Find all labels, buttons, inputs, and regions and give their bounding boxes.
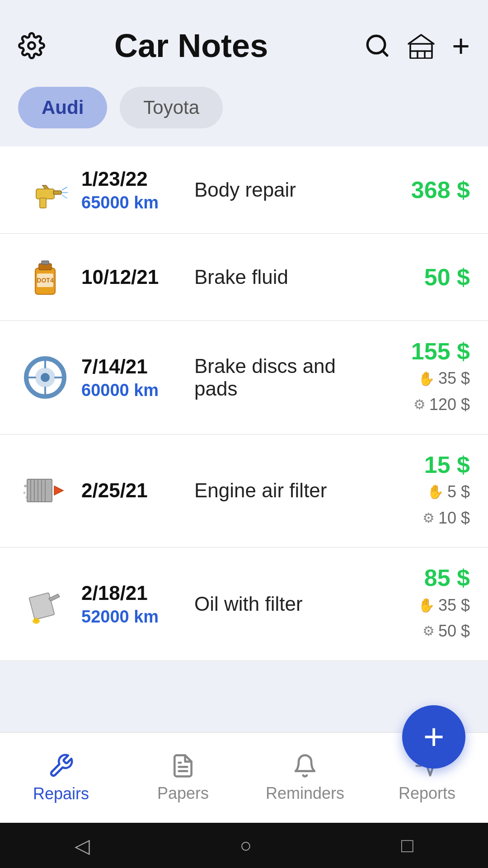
svg-rect-8 <box>40 198 46 208</box>
svg-rect-15 <box>42 261 49 264</box>
tab-audi[interactable]: Audi <box>18 87 107 128</box>
android-back[interactable]: ◁ <box>75 834 90 857</box>
repair-total: 85 $ <box>371 564 470 592</box>
repair-total: 50 $ <box>371 263 470 291</box>
repair-labor-cost: 5 $ <box>447 479 470 505</box>
android-nav-bar: ◁ ○ □ <box>0 823 488 868</box>
repair-name: Brake fluid <box>194 266 361 288</box>
svg-point-34 <box>25 496 27 498</box>
repair-date-section: 7/14/21 60000 km <box>81 355 181 400</box>
repair-name: Body repair <box>194 179 361 201</box>
repair-date-section: 2/18/21 52000 km <box>81 581 181 627</box>
repair-icon-spray <box>18 163 72 217</box>
parts-icon: ⚙ <box>422 623 435 639</box>
nav-reminders[interactable]: Reminders <box>244 733 366 823</box>
repair-cost: 50 $ <box>371 263 470 291</box>
repair-date-section: 10/12/21 <box>81 265 181 289</box>
repair-cost: 155 $ ✋ 35 $ ⚙ 120 $ <box>371 337 470 418</box>
repair-name: Engine air filter <box>194 479 361 502</box>
android-home[interactable]: ○ <box>239 834 252 857</box>
add-repair-fab[interactable]: + <box>402 705 465 769</box>
repair-icon-filter <box>18 463 72 518</box>
android-recent[interactable]: □ <box>401 834 413 857</box>
nav-reports-label: Reports <box>399 784 455 803</box>
repair-icon-oil <box>18 577 72 631</box>
garage-button[interactable] <box>407 33 436 59</box>
svg-rect-35 <box>29 593 54 620</box>
svg-marker-31 <box>54 486 63 495</box>
repair-date: 10/12/21 <box>81 265 181 289</box>
labor-icon: ✋ <box>418 597 435 613</box>
svg-line-10 <box>62 187 67 190</box>
repair-km: 65000 km <box>81 193 181 212</box>
repair-parts-cost: 120 $ <box>429 392 470 418</box>
svg-point-33 <box>23 492 26 494</box>
repair-cost: 15 $ ✋ 5 $ ⚙ 10 $ <box>371 451 470 531</box>
search-button[interactable] <box>364 33 390 59</box>
svg-rect-7 <box>36 189 54 199</box>
nav-repairs[interactable]: Repairs <box>0 733 122 823</box>
parts-icon: ⚙ <box>413 396 426 412</box>
repair-parts: ⚙ 10 $ <box>371 505 470 531</box>
page-title: Car Notes <box>18 27 364 64</box>
repair-labor: ✋ 35 $ <box>371 592 470 618</box>
repair-icon-disc <box>18 350 72 405</box>
repair-date-section: 2/25/21 <box>81 479 181 503</box>
svg-point-20 <box>41 373 50 382</box>
header-actions: + <box>364 28 470 63</box>
repair-item-body-repair[interactable]: 1/23/22 65000 km Body repair 368 $ <box>0 146 488 234</box>
repair-item-brake-discs[interactable]: 7/14/21 60000 km Brake discs and pads 15… <box>0 321 488 434</box>
repair-date: 2/25/21 <box>81 479 181 503</box>
repair-labor-cost: 35 $ <box>438 592 470 618</box>
repair-name: Oil with filter <box>194 593 361 615</box>
repair-name: Brake discs and pads <box>194 355 361 400</box>
car-filter-tabs: Audi Toyota <box>0 78 488 142</box>
repair-date: 2/18/21 <box>81 581 181 605</box>
svg-line-12 <box>62 195 67 198</box>
svg-point-32 <box>24 485 27 487</box>
labor-icon: ✋ <box>418 371 435 387</box>
repair-total: 15 $ <box>371 451 470 479</box>
repair-parts: ⚙ 120 $ <box>371 392 470 418</box>
nav-papers-label: Papers <box>157 784 209 803</box>
add-header-button[interactable]: + <box>452 28 470 63</box>
repair-item-air-filter[interactable]: 2/25/21 Engine air filter 15 $ ✋ 5 $ ⚙ 1… <box>0 434 488 548</box>
repair-date: 7/14/21 <box>81 355 181 379</box>
papers-icon <box>170 753 196 778</box>
repair-date: 1/23/22 <box>81 167 181 191</box>
repair-labor: ✋ 35 $ <box>371 365 470 392</box>
repair-icon-fluid: DOT4 <box>18 250 72 304</box>
repair-labor: ✋ 5 $ <box>371 479 470 505</box>
svg-text:DOT4: DOT4 <box>37 277 54 284</box>
nav-repairs-label: Repairs <box>33 784 89 803</box>
wrench-icon <box>48 753 74 779</box>
repair-km: 60000 km <box>81 381 181 400</box>
repair-item-oil-filter[interactable]: 2/18/21 52000 km Oil with filter 85 $ ✋ … <box>0 547 488 661</box>
header: Car Notes + <box>0 0 488 78</box>
labor-icon: ✋ <box>427 484 444 500</box>
svg-line-2 <box>383 51 388 56</box>
nav-papers[interactable]: Papers <box>122 733 244 823</box>
repair-list: 1/23/22 65000 km Body repair 368 $ DOT4 … <box>0 146 488 661</box>
repair-total: 155 $ <box>371 337 470 365</box>
repair-parts-cost: 50 $ <box>438 618 470 644</box>
repair-parts: ⚙ 50 $ <box>371 618 470 644</box>
svg-rect-9 <box>53 191 61 194</box>
parts-icon: ⚙ <box>422 510 435 526</box>
tab-toyota[interactable]: Toyota <box>120 87 223 128</box>
repair-total: 368 $ <box>371 176 470 204</box>
repair-km: 52000 km <box>81 607 181 627</box>
repair-labor-cost: 35 $ <box>438 365 470 392</box>
repair-item-brake-fluid[interactable]: DOT4 10/12/21 Brake fluid 50 $ <box>0 234 488 321</box>
repair-parts-cost: 10 $ <box>438 505 470 531</box>
repair-date-section: 1/23/22 65000 km <box>81 167 181 212</box>
repair-cost: 368 $ <box>371 176 470 204</box>
repair-cost: 85 $ ✋ 35 $ ⚙ 50 $ <box>371 564 470 644</box>
bell-icon <box>292 753 318 778</box>
nav-reminders-label: Reminders <box>266 784 344 803</box>
